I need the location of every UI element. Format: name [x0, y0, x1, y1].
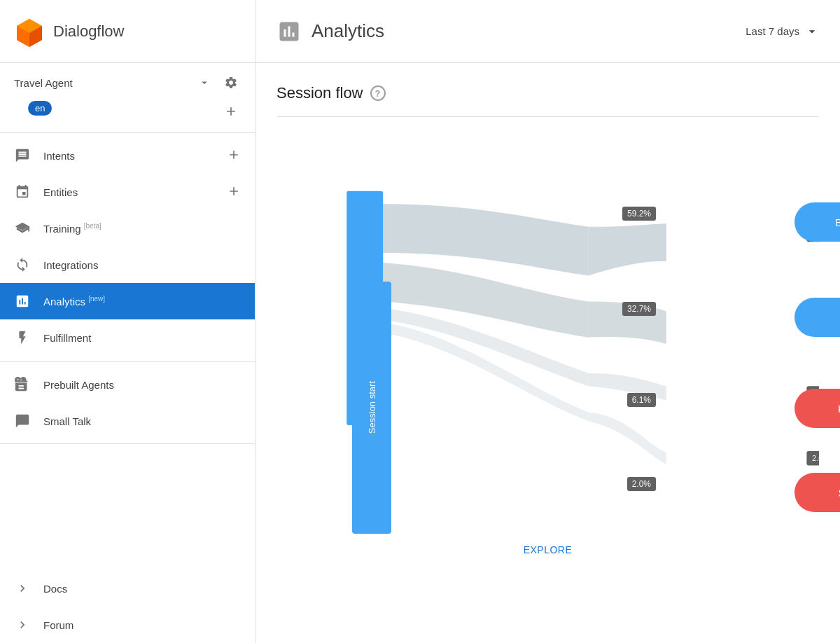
sidebar-item-integrations[interactable]: Integrations	[0, 247, 255, 283]
forum-chevron-icon	[14, 616, 31, 633]
integrations-label: Integrations	[43, 259, 98, 271]
feedback-button[interactable]: Feedback	[794, 389, 840, 428]
forum-label: Forum	[43, 619, 74, 631]
analytics-icon	[14, 293, 31, 310]
sidebar-item-analytics[interactable]: Analytics [new]	[0, 283, 255, 319]
docs-label: Docs	[43, 583, 67, 595]
language-badge[interactable]: en	[28, 101, 52, 116]
main-header: Analytics Last 7 days	[255, 0, 840, 63]
date-filter-button[interactable]: Last 7 days	[746, 25, 819, 39]
rent-car-percent: 32.7%	[622, 302, 656, 316]
prebuilt-agents-label: Prebuilt Agents	[43, 379, 114, 391]
docs-chevron-icon	[14, 580, 31, 597]
agent-settings-button[interactable]	[221, 73, 241, 92]
sidebar-item-fulfillment[interactable]: Fulfillment	[0, 319, 255, 356]
sankey-diagram: 59.2% 32.7% 6.1% 2.0% Session start 59.2…	[276, 138, 819, 530]
add-intent-button[interactable]	[227, 148, 241, 164]
session-start-label: Session start	[367, 381, 377, 434]
entities-label: Entities	[43, 186, 78, 198]
integrations-icon	[14, 256, 31, 273]
rent-car-button[interactable]: Rent-car	[794, 298, 840, 337]
book-hotel-percent: 59.2%	[622, 207, 656, 221]
svg-text:2.0%: 2.0%	[812, 454, 819, 462]
section-title-row: Session flow ?	[276, 84, 819, 102]
dialogflow-logo-icon	[14, 16, 45, 47]
language-row: en	[0, 98, 255, 128]
section-divider	[276, 116, 819, 117]
session-start-node: Session start	[352, 282, 391, 534]
sidebar: Dialogflow Travel Agent en	[0, 0, 255, 643]
svg-rect-11	[806, 451, 819, 465]
start-over-percent: 2.0%	[627, 477, 656, 491]
add-language-button[interactable]	[221, 102, 241, 121]
agent-row: Travel Agent	[0, 63, 255, 98]
training-icon	[14, 220, 31, 237]
agent-actions	[195, 73, 241, 92]
app-name: Dialogflow	[53, 22, 125, 41]
agent-dropdown-button[interactable]	[195, 73, 214, 92]
entities-icon	[14, 184, 31, 200]
extra-nav: Docs Forum	[0, 570, 255, 643]
analytics-header-icon	[276, 19, 302, 44]
sidebar-item-training[interactable]: Training [beta]	[0, 210, 255, 247]
analytics-label: Analytics [new]	[43, 295, 105, 307]
page-title: Analytics	[312, 20, 384, 42]
sidebar-item-docs[interactable]: Docs	[0, 570, 255, 607]
main-body: Session flow ?	[255, 63, 840, 643]
explore-link[interactable]: EXPLORE	[276, 537, 819, 562]
sidebar-item-intents[interactable]: Intents	[0, 137, 255, 174]
small-talk-icon	[14, 413, 31, 429]
sidebar-item-entities[interactable]: Entities	[0, 174, 255, 210]
add-entity-button[interactable]	[227, 184, 241, 200]
page-title-area: Analytics	[276, 19, 384, 44]
start-over-button[interactable]: Start over	[794, 473, 840, 512]
small-talk-label: Small Talk	[43, 415, 91, 427]
training-label: Training [beta]	[43, 222, 102, 235]
intents-label: Intents	[43, 150, 75, 162]
fulfillment-label: Fulfillment	[43, 332, 91, 344]
sidebar-header: Dialogflow	[0, 0, 255, 63]
prebuilt-agents-icon	[14, 376, 31, 393]
intents-icon	[14, 147, 31, 164]
help-icon-button[interactable]: ?	[370, 85, 386, 101]
main-content: Analytics Last 7 days Session flow ?	[255, 0, 840, 643]
sidebar-item-prebuilt-agents[interactable]: Prebuilt Agents	[0, 366, 255, 403]
fulfillment-icon	[14, 329, 31, 346]
main-nav: Intents Entities Training [beta]	[0, 137, 255, 356]
agent-name: Travel Agent	[14, 77, 73, 89]
book-hotel-button[interactable]: Book-Hotel	[794, 202, 840, 242]
sidebar-item-forum[interactable]: Forum	[0, 607, 255, 643]
section-title: Session flow	[276, 84, 363, 102]
sidebar-item-small-talk[interactable]: Small Talk	[0, 403, 255, 439]
feedback-percent: 6.1%	[627, 393, 656, 407]
bottom-nav: Prebuilt Agents Small Talk	[0, 366, 255, 439]
